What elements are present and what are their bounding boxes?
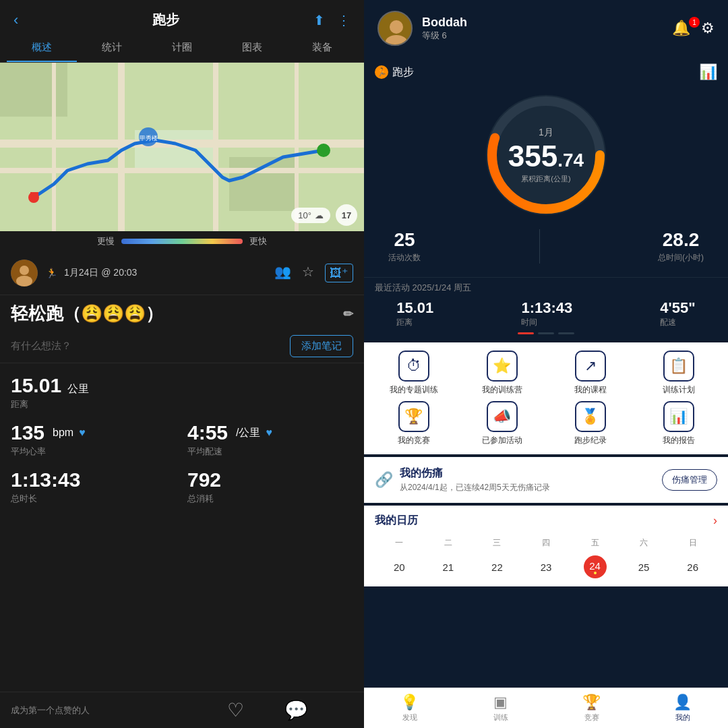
menu-item-events[interactable]: 📣 已参加活动 — [458, 401, 546, 446]
day-26: 26 — [687, 559, 698, 576]
plan-label: 训练计划 — [663, 384, 695, 396]
total-time-stat: 28.2 总时间(小时) — [658, 229, 704, 264]
notification-icon[interactable]: 🔔 — [672, 20, 690, 37]
day-header-tue: 二 — [424, 535, 473, 551]
weather-badge: 10° ☁ — [291, 208, 330, 223]
recent-activity-title: 最近活动 2025/1/24 周五 — [375, 282, 717, 294]
slower-label: 更慢 — [97, 235, 115, 247]
injury-section: 🔗 我的伤痛 从2024/4/1起，已连续42周5天无伤痛记录 伤痛管理 — [364, 457, 728, 503]
cal-day-21[interactable]: 21 — [424, 555, 473, 578]
header-icons: ⬆ ⋮ — [313, 12, 351, 28]
distance-label: 距离 — [11, 398, 353, 411]
right-panel: Boddah 等级 6 🔔 1 ⚙ 🏃 跑步 📊 — [364, 0, 728, 728]
group-icon[interactable]: 👥 — [274, 264, 291, 282]
nav-item-training[interactable]: ▣ 训练 — [455, 694, 546, 723]
ring-inner: 1月 355.74 累积距离(公里) — [508, 127, 584, 184]
star-icon[interactable]: ☆ — [302, 264, 314, 282]
menu-item-competition[interactable]: 🏆 我的竞赛 — [369, 401, 458, 446]
calendar-arrow[interactable]: › — [713, 514, 717, 528]
cal-day-24[interactable]: 24 — [570, 555, 619, 578]
ring-sublabel: 累积距离(公里) — [508, 174, 584, 184]
tab-dot-active — [518, 332, 534, 334]
stats-divider — [539, 229, 540, 264]
menu-item-training[interactable]: ⏱ 我的专题训练 — [369, 351, 458, 396]
ring-container: 1月 355.74 累积距离(公里) — [479, 88, 613, 222]
tab-dot-2 — [558, 332, 574, 334]
pace-icon: ♥ — [266, 427, 273, 439]
day-23: 23 — [541, 559, 552, 576]
running-section: 🏃 跑步 📊 1月 — [364, 57, 728, 277]
nav-item-competition[interactable]: 🏆 竞赛 — [546, 694, 637, 723]
tab-overview[interactable]: 概述 — [7, 34, 77, 62]
pace-value: 4:55 — [187, 421, 228, 444]
bottom-bar: 成为第一个点赞的人 ♡ 💬 — [0, 692, 364, 728]
heart-rate-unit: bpm — [53, 427, 73, 439]
edit-icon[interactable]: ✏ — [343, 307, 353, 322]
competition-nav-icon: 🏆 — [582, 694, 601, 711]
add-note-button[interactable]: 添加笔记 — [290, 335, 353, 357]
tab-dot-1 — [538, 332, 554, 334]
running-text: 跑步 — [392, 65, 414, 80]
svg-rect-3 — [229, 157, 297, 211]
share-icon[interactable]: ⬆ — [313, 12, 325, 28]
menu-item-course[interactable]: ↗ 我的课程 — [546, 351, 634, 396]
cal-day-22[interactable]: 22 — [473, 555, 522, 578]
cal-day-25[interactable]: 25 — [619, 555, 669, 578]
course-label: 我的课程 — [574, 384, 607, 396]
username: Boddah — [422, 16, 467, 30]
comment-button[interactable]: 💬 — [284, 699, 308, 721]
bottom-actions: ♡ 💬 — [182, 699, 353, 721]
menu-item-camp[interactable]: ⭐ 我的训练营 — [458, 351, 546, 396]
back-button[interactable]: ‹ — [13, 11, 18, 29]
menu-item-records[interactable]: 🏅 跑步纪录 — [546, 401, 634, 446]
run-circle-icon: 🏃 — [375, 65, 388, 79]
calories-stat: 792 总消耗 — [187, 468, 353, 505]
distance-stat: 15.01 公里 距离 — [11, 374, 353, 411]
bottom-nav: 💡 发现 ▣ 训练 🏆 竞赛 👤 我的 — [364, 688, 728, 728]
user-level: 等级 6 — [422, 30, 467, 42]
circle-badge: 17 — [336, 204, 357, 226]
running-label: 🏃 跑步 — [375, 65, 414, 80]
day-header-wed: 三 — [473, 535, 522, 551]
menu-item-plan[interactable]: 📋 训练计划 — [634, 351, 723, 396]
total-time-value: 28.2 — [658, 229, 704, 251]
tab-laps[interactable]: 计圈 — [147, 34, 217, 62]
add-photo-button[interactable]: 🖼⁺ — [325, 264, 353, 282]
activity-meta: 🏃 1月24日 @ 20:03 — [46, 267, 137, 279]
injury-subtitle: 从2024/4/1起，已连续42周5天无伤痛记录 — [400, 482, 550, 493]
duration-label: 总时长 — [11, 493, 177, 505]
settings-icon[interactable]: ⚙ — [701, 20, 715, 37]
chart-icon[interactable]: 📊 — [699, 63, 717, 81]
nav-item-discover[interactable]: 💡 发现 — [364, 694, 455, 723]
recent-distance-label: 距离 — [396, 317, 433, 328]
report-icon: 📊 — [663, 401, 694, 432]
calendar-title: 我的日历 — [375, 514, 418, 528]
speed-bar: 更慢 更快 — [0, 231, 364, 251]
course-icon: ↗ — [575, 351, 606, 382]
activities-stat: 25 活动次数 — [388, 229, 421, 264]
injury-manage-button[interactable]: 伤痛管理 — [662, 469, 717, 491]
tab-charts[interactable]: 图表 — [217, 34, 287, 62]
nav-item-mine[interactable]: 👤 我的 — [637, 694, 728, 723]
cal-day-26[interactable]: 26 — [668, 555, 717, 578]
like-button[interactable]: ♡ — [227, 699, 244, 721]
recent-distance-value: 15.01 — [396, 299, 433, 317]
heart-rate-icon: ♥ — [79, 427, 86, 439]
faster-label: 更快 — [249, 235, 267, 247]
competition-icon: 🏆 — [398, 401, 429, 432]
training-nav-label: 训练 — [493, 712, 508, 723]
more-icon[interactable]: ⋮ — [337, 12, 351, 28]
note-placeholder: 有什么想法？ — [11, 340, 71, 353]
user-info: Boddah 等级 6 — [422, 16, 467, 42]
heart-rate-label: 平均心率 — [11, 446, 177, 458]
plan-icon: 📋 — [663, 351, 694, 382]
injury-text: 我的伤痛 从2024/4/1起，已连续42周5天无伤痛记录 — [400, 466, 550, 493]
activity-info: 🏃 1月24日 @ 20:03 👥 ☆ 🖼⁺ — [0, 251, 364, 295]
cal-day-23[interactable]: 23 — [522, 555, 571, 578]
calories-label: 总消耗 — [187, 493, 353, 505]
cal-day-20[interactable]: 20 — [375, 555, 424, 578]
tab-gear[interactable]: 装备 — [287, 34, 357, 62]
tab-stats[interactable]: 统计 — [77, 34, 147, 62]
records-label: 跑步纪录 — [574, 435, 607, 446]
menu-item-report[interactable]: 📊 我的报告 — [634, 401, 723, 446]
